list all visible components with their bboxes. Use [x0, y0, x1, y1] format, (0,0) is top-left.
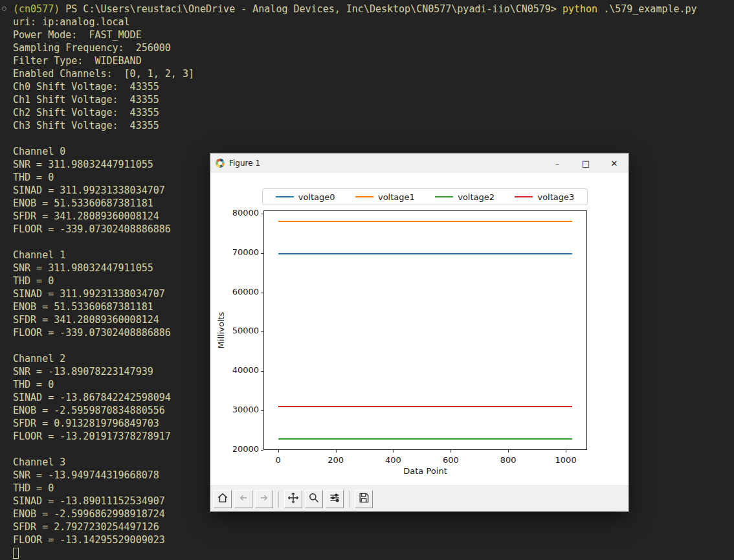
- terminal-output-line: Ch1 Shift Voltage: 43355: [13, 93, 734, 106]
- y-tick-label: 30000: [223, 405, 259, 414]
- back-icon: [237, 491, 250, 507]
- save-button[interactable]: [355, 490, 373, 508]
- y-tick-label: 80000: [223, 208, 259, 218]
- y-tick-label: 70000: [223, 247, 259, 257]
- legend-label: voltage0: [298, 192, 335, 202]
- legend-line-swatch: [355, 196, 373, 197]
- y-tick-mark: [261, 331, 263, 332]
- legend-item-voltage1: voltage1: [355, 192, 415, 202]
- terminal-output-line: Power Mode: FAST_MODE: [13, 28, 734, 41]
- y-tick-label: 40000: [223, 365, 259, 375]
- x-tick-label: 1000: [548, 455, 584, 465]
- terminal-output-line: Ch2 Shift Voltage: 43355: [13, 106, 734, 119]
- x-tick-label: 0: [260, 455, 296, 465]
- legend-item-voltage0: voltage0: [276, 192, 335, 202]
- legend-line-swatch: [276, 196, 294, 197]
- pan-icon: [287, 491, 300, 507]
- y-tick-mark: [261, 450, 263, 451]
- terminal-output-line: SFDR = 2.7927230254497126: [13, 521, 734, 533]
- legend-item-voltage3: voltage3: [515, 192, 574, 202]
- terminal-output-line: [13, 132, 734, 145]
- prompt-path: PS C:\Users\reustaci\OneDrive - Analog D…: [65, 3, 557, 15]
- toolbar-separator: [278, 491, 279, 508]
- terminal-prompt-line: (cn0577) PS C:\Users\reustaci\OneDrive -…: [13, 3, 734, 16]
- x-axis-label: Data Point: [403, 466, 447, 476]
- x-tick-mark: [566, 450, 566, 453]
- figure-titlebar[interactable]: Figure 1 – □ ✕: [210, 153, 628, 173]
- series-line-voltage1: [278, 221, 573, 222]
- home-button[interactable]: [214, 490, 232, 508]
- terminal-cursor-line: [13, 546, 734, 559]
- pan-button[interactable]: [284, 490, 302, 508]
- terminal-output-line: Ch3 Shift Voltage: 43355: [13, 119, 734, 132]
- forward-icon: [258, 491, 271, 507]
- series-line-voltage0: [278, 253, 573, 254]
- x-tick-label: 800: [490, 455, 526, 465]
- window-controls: – □ ✕: [543, 153, 628, 173]
- forward-button[interactable]: [255, 490, 273, 508]
- y-tick-mark: [261, 293, 263, 293]
- terminal-output-line: FLOOR = -13.14295529009023: [13, 533, 734, 546]
- terminal-output-line: Filter Type: WIDEBAND: [13, 54, 734, 67]
- y-tick-mark: [261, 214, 263, 214]
- window-title: Figure 1: [229, 159, 260, 168]
- terminal-cursor: [13, 548, 19, 559]
- legend-label: voltage1: [378, 192, 415, 202]
- legend-line-swatch: [515, 196, 533, 197]
- toolbar-separator: [349, 491, 350, 508]
- legend-label: voltage2: [458, 192, 495, 202]
- y-tick-mark: [261, 371, 263, 372]
- x-tick-mark: [450, 450, 451, 453]
- figure-toolbar: [210, 486, 628, 511]
- close-button[interactable]: ✕: [600, 153, 628, 173]
- x-tick-label: 400: [375, 455, 411, 465]
- maximize-button[interactable]: □: [572, 153, 600, 173]
- chart-legend: voltage0voltage1voltage2voltage3: [262, 188, 588, 205]
- x-tick-mark: [336, 450, 337, 453]
- save-icon: [357, 491, 370, 507]
- y-tick-label: 20000: [223, 444, 259, 454]
- zoom-button[interactable]: [305, 490, 323, 508]
- desktop: (cn0577) PS C:\Users\reustaci\OneDrive -…: [0, 0, 734, 560]
- plot-area[interactable]: [263, 210, 587, 450]
- terminal-output-line: Enabled Channels: [0, 1, 2, 3]: [13, 67, 734, 80]
- y-tick-mark: [261, 410, 263, 411]
- x-tick-mark: [393, 450, 394, 453]
- legend-line-swatch: [435, 196, 453, 197]
- y-tick-label: 50000: [223, 326, 259, 335]
- x-tick-mark: [508, 450, 509, 453]
- x-tick-mark: [278, 450, 279, 453]
- configure-subplots-icon: [328, 491, 341, 507]
- figure-window: Figure 1 – □ ✕ voltage0voltage1voltage2v…: [210, 153, 628, 511]
- series-line-voltage2: [278, 438, 573, 440]
- back-button[interactable]: [234, 490, 252, 508]
- x-tick-label: 600: [432, 455, 469, 465]
- legend-label: voltage3: [537, 192, 574, 202]
- configure-subplots-button[interactable]: [326, 490, 344, 508]
- minimize-button[interactable]: –: [543, 153, 572, 173]
- terminal-output-line: Ch0 Shift Voltage: 43355: [13, 80, 734, 93]
- command-text: python: [562, 3, 597, 15]
- y-tick-mark: [261, 253, 263, 254]
- series-line-voltage3: [278, 406, 573, 407]
- y-tick-label: 60000: [223, 287, 259, 297]
- terminal-output-line: Sampling Frequency: 256000: [13, 41, 734, 54]
- figure-canvas[interactable]: voltage0voltage1voltage2voltage3 Millivo…: [210, 173, 627, 486]
- x-tick-label: 200: [318, 455, 354, 465]
- terminal-output-line: uri: ip:analog.local: [13, 16, 734, 28]
- conda-env-prefix: (cn0577): [13, 3, 60, 15]
- command-argument: .\579_example.py: [603, 3, 697, 15]
- zoom-icon: [307, 491, 320, 507]
- legend-item-voltage2: voltage2: [435, 192, 495, 202]
- home-icon: [216, 491, 229, 507]
- command-decoration-dot: [2, 6, 6, 11]
- matplotlib-icon: [216, 159, 225, 168]
